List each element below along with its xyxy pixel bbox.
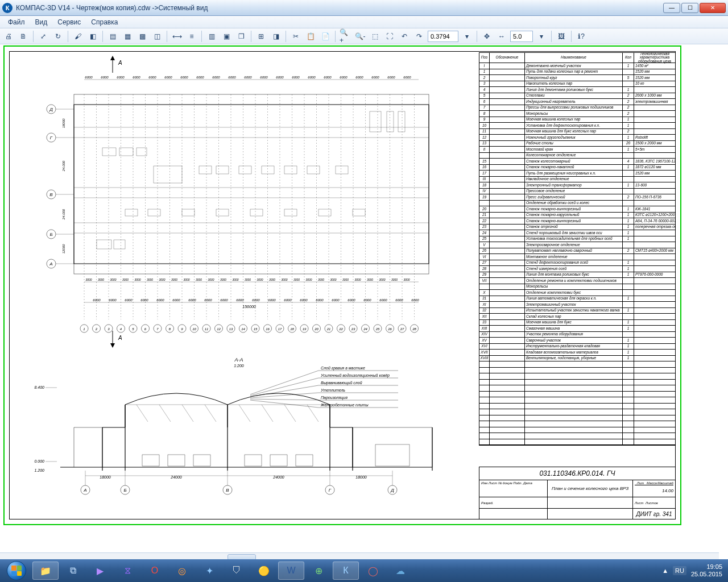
paint-button[interactable]: 🖌 — [72, 30, 84, 43]
task-app-6[interactable]: ✦ — [196, 562, 222, 580]
task-app-3[interactable]: ⧖ — [114, 562, 140, 580]
zoom-window-button[interactable]: ⬚ — [369, 30, 381, 43]
svg-rect-54 — [398, 111, 405, 132]
svg-text:3000: 3000 — [318, 278, 324, 281]
task-explorer[interactable]: 📁 — [32, 562, 59, 580]
cut-button[interactable]: ✂ — [289, 30, 302, 43]
organization: ДИИТ гр. 341 — [633, 509, 675, 519]
snap-button[interactable]: ◫ — [151, 30, 163, 43]
svg-text:Железобетонные плиты: Железобетонные плиты — [320, 403, 369, 407]
fit-button[interactable]: ⤢ — [37, 30, 49, 43]
start-button[interactable] — [1, 559, 32, 582]
grid-toggle-button[interactable]: ⊞ — [255, 30, 267, 43]
sheet-button[interactable]: ▦ — [121, 30, 134, 43]
zoom-prev-button[interactable]: ↶ — [398, 30, 411, 43]
section-button[interactable]: ◨ — [270, 30, 282, 43]
spec-row: XVIIКладовая вспомогательных материалов1 — [479, 350, 675, 356]
layer-button[interactable]: ▤ — [106, 30, 119, 43]
svg-rect-39 — [239, 166, 251, 174]
task-app-9[interactable]: ⊕ — [305, 562, 332, 580]
help-button[interactable]: ℹ? — [575, 30, 588, 43]
svg-text:6000: 6000 — [348, 298, 355, 302]
task-kompas[interactable]: К — [333, 562, 359, 580]
zoom-next-button[interactable]: ↷ — [413, 30, 425, 43]
move-button[interactable]: ↔ — [495, 30, 508, 43]
dropdown2-icon[interactable]: ▾ — [535, 30, 548, 43]
spec-row: 13Рабочие столы201500 х 2000 мм — [479, 141, 675, 147]
tray-flag-icon[interactable]: ▲ — [662, 567, 668, 574]
svg-text:6000: 6000 — [125, 298, 133, 302]
svg-text:8: 8 — [169, 327, 171, 331]
spec-row: XVIИнструментально-раздаточная кладовая1 — [479, 344, 675, 350]
svg-rect-46 — [182, 209, 195, 216]
svg-text:3000: 3000 — [122, 278, 129, 281]
task-app-7[interactable]: ⛉ — [224, 562, 250, 580]
dropdown-icon[interactable]: ▾ — [461, 30, 473, 43]
task-app-2[interactable]: ▶ — [87, 562, 113, 580]
paste-button[interactable]: 📄 — [319, 30, 332, 43]
copy-button[interactable]: 📋 — [304, 30, 317, 43]
dimension-button[interactable]: ⟷ — [171, 30, 183, 43]
task-chrome[interactable]: 🟡 — [251, 562, 277, 580]
rotate-button[interactable]: ↻ — [52, 30, 64, 43]
svg-text:3000: 3000 — [269, 278, 275, 281]
menu-help[interactable]: Справка — [86, 17, 122, 27]
align-button[interactable]: ≡ — [185, 30, 198, 43]
col-name: Наименование — [525, 53, 623, 63]
layers2-button[interactable]: ▥ — [205, 30, 218, 43]
task-app-5[interactable]: ◎ — [169, 562, 195, 580]
svg-rect-49 — [284, 209, 297, 216]
svg-text:9: 9 — [181, 327, 183, 331]
zoom-in-button[interactable]: 🔍+ — [339, 30, 351, 43]
drawing-canvas[interactable]: А 60006000600060006000600060006000600060… — [0, 44, 728, 552]
svg-text:6000: 6000 — [109, 298, 117, 302]
svg-text:3000: 3000 — [159, 278, 165, 281]
zoom-fit-button[interactable]: ⛶ — [383, 30, 396, 43]
svg-rect-38 — [216, 166, 229, 174]
menu-file[interactable]: Файл — [3, 17, 30, 27]
svg-line-265 — [250, 371, 318, 394]
tiles-button[interactable]: ▣ — [220, 30, 233, 43]
svg-text:3000: 3000 — [281, 278, 287, 281]
svg-text:3000: 3000 — [196, 278, 202, 281]
task-opera[interactable]: O — [142, 562, 168, 580]
task-word[interactable]: W — [278, 562, 304, 580]
pan-button[interactable]: ✥ — [481, 30, 493, 43]
color-button[interactable]: ◧ — [86, 30, 99, 43]
spec-row: 11Моечная машина для букс колесных пар2 — [479, 129, 675, 135]
drawing-sheet: А 60006000600060006000600060006000600060… — [3, 45, 681, 525]
print-button[interactable]: 🖨 — [2, 30, 15, 43]
svg-line-225 — [159, 405, 171, 422]
cascade-button[interactable]: ❐ — [235, 30, 247, 43]
language-indicator[interactable]: RU — [673, 566, 686, 575]
task-app-1[interactable]: ⧉ — [60, 562, 86, 580]
grid-button[interactable]: ▩ — [136, 30, 148, 43]
svg-marker-212 — [110, 343, 115, 348]
svg-text:А: А — [49, 261, 52, 267]
menu-view[interactable]: Вид — [31, 17, 52, 27]
task-app-12[interactable]: ☁ — [387, 562, 413, 580]
svg-text:6000: 6000 — [244, 76, 252, 79]
svg-text:6000: 6000 — [371, 76, 379, 79]
spec-row: 33Моечная машина для букс1 — [479, 320, 675, 326]
step-field[interactable] — [510, 31, 533, 42]
main-toolbar: 🖨 🗎 ⤢ ↻ 🖌 ◧ ▤ ▦ ▩ ◫ ⟷ ≡ ▥ ▣ ❐ ⊞ ◨ ✂ 📋 📄 … — [0, 28, 728, 44]
svg-line-228 — [239, 405, 250, 422]
task-app-11[interactable]: ◯ — [360, 562, 386, 580]
zoom-field[interactable] — [428, 31, 458, 42]
redraw-button[interactable]: 🖼 — [555, 30, 568, 43]
spec-row: IДемонтажно-моечный участок11450 м² — [479, 63, 675, 69]
minimize-button[interactable]: — — [663, 3, 680, 13]
zoom-out-button[interactable]: 🔍- — [354, 30, 366, 43]
maximize-button[interactable]: ☐ — [681, 3, 698, 13]
system-tray[interactable]: ▲ RU 19:0525.05.2015 — [657, 563, 727, 577]
svg-marker-1 — [110, 56, 115, 60]
preview-button[interactable]: 🗎 — [17, 30, 30, 43]
svg-rect-239 — [168, 455, 185, 466]
menu-service[interactable]: Сервис — [53, 17, 85, 27]
svg-text:3000: 3000 — [171, 278, 177, 281]
close-button[interactable]: ✕ — [700, 3, 726, 13]
clock[interactable]: 19:0525.05.2015 — [691, 563, 722, 577]
svg-text:Г: Г — [50, 135, 53, 140]
svg-text:6000: 6000 — [411, 298, 419, 302]
